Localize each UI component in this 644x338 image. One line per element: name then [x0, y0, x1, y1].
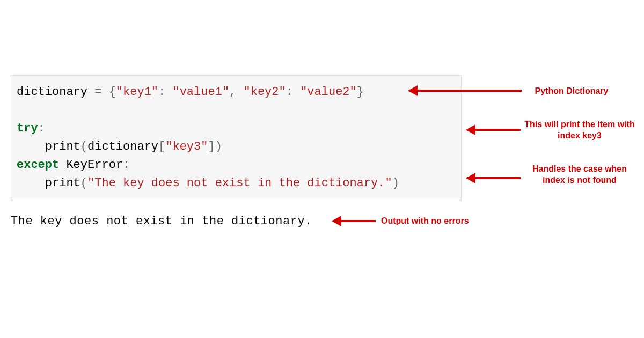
code-token-string: "key1" [116, 85, 158, 99]
code-space [59, 158, 66, 172]
annotation-handles-case: Handles the case when index is not found [526, 164, 633, 186]
code-token-keyword-except: except [17, 158, 59, 172]
arrow-icon [467, 129, 521, 131]
code-token-var: dictionary [17, 85, 87, 99]
code-token-string: "value2" [300, 85, 357, 99]
code-token-func: print [45, 140, 80, 153]
code-token-paren: ( [80, 140, 87, 153]
arrow-icon [333, 220, 376, 222]
annotation-python-dictionary: Python Dictionary [526, 86, 617, 97]
code-indent [17, 140, 45, 153]
code-token-colon: : [158, 85, 172, 99]
code-token-paren: ) [215, 140, 222, 153]
arrow-icon [467, 177, 521, 179]
code-token-var: dictionary [87, 140, 158, 153]
code-token-string: "key3" [165, 140, 208, 153]
code-token-colon: : [38, 122, 45, 135]
code-token-string: "key2" [244, 85, 286, 99]
code-token-paren: ( [80, 177, 87, 190]
code-indent [17, 177, 45, 190]
code-token-brace: } [357, 85, 364, 99]
code-token-op: = [87, 85, 109, 99]
code-token-colon: : [286, 85, 300, 99]
code-token-comma: , [229, 85, 243, 99]
code-token-exception: KeyError [66, 158, 123, 172]
annotation-print-item: This will print the item with index key3 [523, 119, 636, 142]
code-token-brace: { [109, 85, 116, 99]
code-token-bracket: [ [158, 140, 165, 153]
code-token-string: "value1" [172, 85, 229, 99]
arrow-icon [409, 90, 522, 92]
code-token-colon: : [123, 158, 130, 172]
code-block: dictionary = {"key1": "value1", "key2": … [11, 75, 462, 201]
code-token-bracket: ] [208, 140, 215, 153]
code-token-keyword-try: try [17, 122, 38, 135]
code-token-func: print [45, 177, 80, 190]
program-output: The key does not exist in the dictionary… [11, 215, 312, 228]
code-token-paren: ) [392, 177, 399, 190]
annotation-output-ok: Output with no errors [381, 216, 499, 227]
code-token-string: "The key does not exist in the dictionar… [87, 177, 392, 190]
